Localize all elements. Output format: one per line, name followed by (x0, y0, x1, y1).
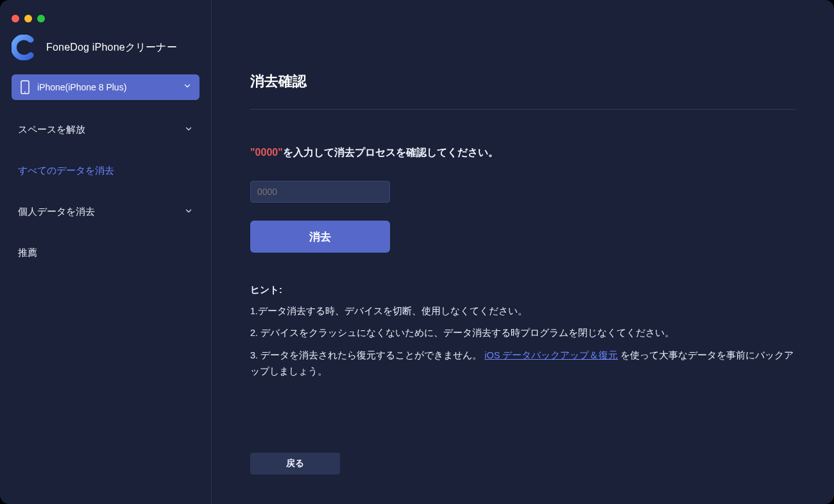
app-logo-icon (12, 35, 37, 60)
confirmation-code: "0000" (250, 147, 283, 158)
instruction-text: "0000"を入力して消去プロセスを確認してください。 (250, 146, 498, 160)
instruction-rest: を入力して消去プロセスを確認してください。 (283, 147, 498, 158)
app-title: FoneDog iPhoneクリーナー (46, 41, 177, 55)
device-label: iPhone(iPhone 8 Plus) (37, 82, 183, 92)
sidebar-item-label: スペースを解放 (18, 124, 85, 136)
sidebar: FoneDog iPhoneクリーナー iPhone(iPhone 8 Plus… (0, 0, 212, 504)
sidebar-item-label: 推薦 (18, 247, 37, 259)
hint3-pre: 3. データを消去されたら復元することができません。 (250, 350, 482, 360)
chevron-down-icon (183, 81, 192, 93)
window-controls (0, 6, 211, 28)
divider (250, 109, 796, 110)
chevron-down-icon (184, 206, 193, 217)
backup-restore-link[interactable]: iOS データバックアップ＆復元 (484, 350, 618, 360)
chevron-down-icon (184, 124, 193, 135)
sidebar-item-label: すべてのデータを消去 (18, 165, 114, 177)
sidebar-item-free-space[interactable]: スペースを解放 (0, 109, 211, 150)
sidebar-item-erase-all-data[interactable]: すべてのデータを消去 (0, 150, 211, 191)
maximize-icon[interactable] (37, 15, 45, 22)
hints-title: ヒント: (250, 282, 796, 298)
hint-line-2: 2. デバイスをクラッシュになくないために、データ消去する時プログラムを閉じなく… (250, 325, 796, 341)
svg-point-1 (24, 91, 26, 92)
back-button[interactable]: 戻る (250, 453, 340, 475)
erase-button[interactable]: 消去 (250, 221, 390, 253)
confirmation-input[interactable] (250, 181, 390, 203)
sidebar-item-erase-private-data[interactable]: 個人データを消去 (0, 191, 211, 232)
brand: FoneDog iPhoneクリーナー (0, 28, 211, 74)
sidebar-item-label: 個人データを消去 (18, 206, 95, 218)
main-panel: 消去確認 "0000"を入力して消去プロセスを確認してください。 消去 ヒント:… (212, 0, 834, 504)
device-selector[interactable]: iPhone(iPhone 8 Plus) (12, 74, 200, 100)
minimize-icon[interactable] (24, 15, 32, 22)
sidebar-item-recommend[interactable]: 推薦 (0, 232, 211, 273)
hint-line-3: 3. データを消去されたら復元することができません。 iOS データバックアップ… (250, 348, 796, 379)
app-window: FoneDog iPhoneクリーナー iPhone(iPhone 8 Plus… (0, 0, 834, 504)
page-title: 消去確認 (250, 72, 307, 91)
phone-icon (19, 80, 31, 94)
hint-line-1: 1.データ消去する時、デバイスを切断、使用しなくてください。 (250, 303, 796, 319)
hints-section: ヒント: 1.データ消去する時、デバイスを切断、使用しなくてください。 2. デ… (250, 282, 796, 385)
close-icon[interactable] (12, 15, 19, 22)
